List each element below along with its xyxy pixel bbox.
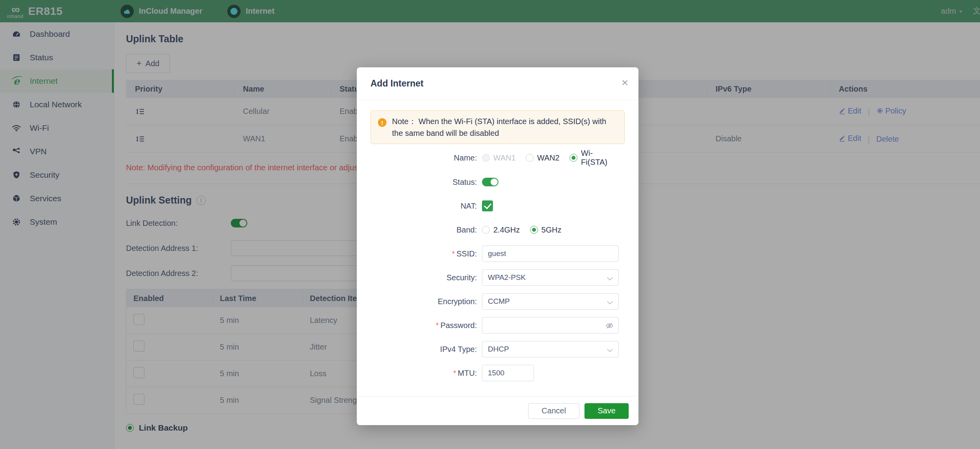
status-toggle[interactable] xyxy=(482,178,498,186)
radio-wifi-sta[interactable]: Wi-Fi(STA) xyxy=(570,149,615,167)
radio-icon xyxy=(570,154,577,162)
security-select[interactable]: WPA2-PSK xyxy=(482,269,619,286)
band-radio-group: 2.4GHz 5GHz xyxy=(482,225,572,234)
warning-alert: ! Note： When the Wi-Fi (STA) interface i… xyxy=(370,110,625,144)
dialog-body: ! Note： When the Wi-Fi (STA) interface i… xyxy=(357,100,638,382)
status-label: Status: xyxy=(370,178,477,187)
radio-wan2[interactable]: WAN2 xyxy=(526,153,559,162)
warning-icon: ! xyxy=(378,118,387,127)
chevron-down-icon xyxy=(607,299,613,304)
close-icon[interactable]: × xyxy=(621,77,628,88)
band-row: Band: 2.4GHz 5GHz xyxy=(370,221,625,238)
radio-icon xyxy=(482,226,490,234)
ssid-input[interactable] xyxy=(482,245,619,262)
cancel-button[interactable]: Cancel xyxy=(528,403,579,419)
eye-slash-icon[interactable] xyxy=(605,321,614,330)
mtu-row: *MTU: xyxy=(370,364,625,382)
ssid-label: *SSID: xyxy=(370,249,477,258)
ssid-row: *SSID: xyxy=(370,245,625,262)
nat-label: NAT: xyxy=(370,202,477,211)
dialog-title: Add Internet xyxy=(370,78,423,89)
radio-icon xyxy=(482,154,490,162)
nat-row: NAT: xyxy=(370,197,625,215)
required-mark: * xyxy=(452,249,455,258)
mtu-input[interactable] xyxy=(482,365,534,381)
status-row: Status: xyxy=(370,173,625,191)
band-label: Band: xyxy=(370,225,477,234)
name-label: Name: xyxy=(370,153,477,162)
name-row: Name: WAN1 WAN2 Wi-Fi(STA) xyxy=(370,149,625,167)
save-button[interactable]: Save xyxy=(584,403,629,419)
nat-checkbox[interactable] xyxy=(482,200,493,211)
encryption-label: Encryption: xyxy=(370,297,477,306)
password-row: *Password: xyxy=(370,317,625,334)
chevron-down-icon xyxy=(607,275,613,280)
warning-text: Note： When the Wi-Fi (STA) interface is … xyxy=(392,115,617,139)
ipv4-type-select[interactable]: DHCP xyxy=(482,341,619,357)
dialog-header: Add Internet × xyxy=(357,67,638,100)
encryption-row: Encryption: CCMP xyxy=(370,293,625,310)
radio-2-4ghz[interactable]: 2.4GHz xyxy=(482,225,520,234)
security-label: Security: xyxy=(370,273,477,282)
password-label: *Password: xyxy=(370,321,477,330)
mtu-label: *MTU: xyxy=(370,369,477,378)
radio-icon xyxy=(530,226,538,234)
add-internet-dialog: Add Internet × ! Note： When the Wi-Fi (S… xyxy=(357,67,638,425)
radio-5ghz[interactable]: 5GHz xyxy=(530,225,561,234)
chevron-down-icon xyxy=(607,346,613,352)
app-window: ∞ inhand ER815 InCloud Manager Internet … xyxy=(0,0,980,449)
required-mark: * xyxy=(436,321,439,330)
ipv4-type-label: IPv4 Type: xyxy=(370,345,477,354)
ipv4-type-row: IPv4 Type: DHCP xyxy=(370,341,625,358)
name-radio-group: WAN1 WAN2 Wi-Fi(STA) xyxy=(482,149,625,167)
password-input[interactable] xyxy=(482,317,619,334)
encryption-select[interactable]: CCMP xyxy=(482,293,619,310)
required-mark: * xyxy=(453,369,456,377)
radio-icon xyxy=(526,154,534,162)
radio-wan1: WAN1 xyxy=(482,153,516,162)
security-row: Security: WPA2-PSK xyxy=(370,269,625,286)
dialog-footer: Cancel Save xyxy=(357,396,638,425)
